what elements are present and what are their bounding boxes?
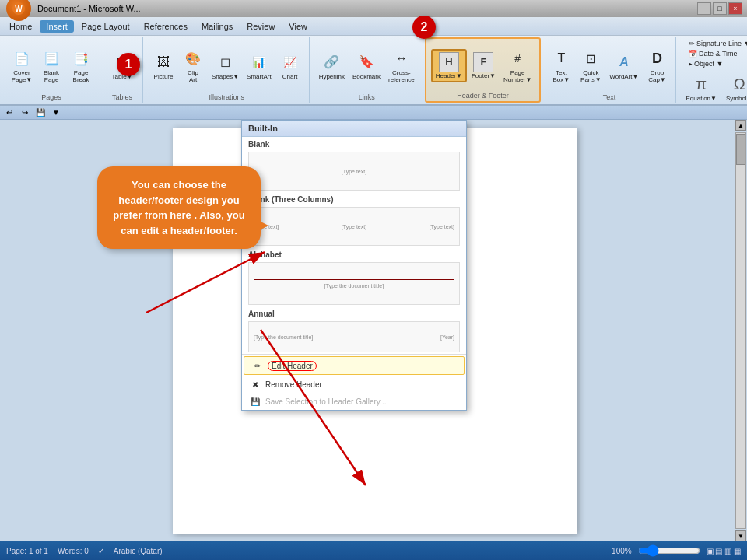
quick-parts-button[interactable]: ⊡ QuickParts▼: [577, 46, 605, 85]
left-margin: [0, 120, 16, 541]
step-1-label: 1: [125, 58, 132, 72]
clip-art-button[interactable]: 🎨 ClipArt: [179, 46, 207, 85]
alphabet-preview-text: [Type the document title]: [324, 283, 384, 289]
cover-page-button[interactable]: 📄 CoverPage▼: [8, 46, 36, 85]
menu-view[interactable]: View: [282, 20, 314, 33]
section-blank-label: Blank: [242, 137, 466, 150]
picture-icon: 🖼: [153, 51, 174, 73]
blank-page-button[interactable]: 📃 BlankPage: [37, 46, 65, 85]
menu-review[interactable]: Review: [240, 20, 281, 33]
symbol-button[interactable]: Ω Symbol▼: [723, 72, 747, 103]
step-2-label: 2: [421, 20, 428, 34]
three-col-text-2: [Type text]: [342, 224, 366, 229]
smartart-icon: 📊: [248, 51, 270, 73]
scroll-down-arrow[interactable]: ▼: [735, 530, 746, 541]
zoom-slider[interactable]: [638, 547, 700, 555]
text-box-button[interactable]: T TextBox▼: [547, 46, 575, 85]
header-button[interactable]: H Header▼: [431, 49, 467, 82]
cross-reference-button[interactable]: ↔ Cross-reference: [385, 46, 418, 85]
scroll-track[interactable]: [735, 132, 746, 529]
scroll-up-arrow[interactable]: ▲: [735, 120, 746, 131]
wordart-button[interactable]: A WordArt▼: [606, 50, 641, 82]
cross-reference-icon: ↔: [391, 47, 412, 69]
annual-year-text: [Year]: [440, 334, 454, 340]
ribbon-group-pages: 📄 CoverPage▼ 📃 BlankPage 📑 PageBreak Pag…: [3, 37, 100, 103]
signature-line-button[interactable]: ✏ Signature Line ▼: [686, 39, 747, 48]
shapes-button[interactable]: ◻ Shapes▼: [209, 50, 242, 82]
restore-button[interactable]: □: [713, 2, 727, 15]
chart-icon: 📈: [279, 51, 301, 73]
pages-buttons: 📄 CoverPage▼ 📃 BlankPage 📑 PageBreak: [8, 39, 95, 92]
remove-header-label: Remove Header: [265, 380, 322, 389]
page-info: Page: 1 of 1: [6, 547, 48, 555]
dropdown-header: Built-In: [242, 121, 466, 137]
title-text: Document1 - Microsoft W...: [37, 4, 141, 13]
minimize-button[interactable]: _: [697, 2, 711, 15]
page-number-button[interactable]: # PageNumber▼: [500, 46, 535, 85]
save-selection-label: Save Selection to Header Gallery...: [265, 397, 386, 406]
menu-home[interactable]: Home: [3, 20, 38, 33]
vertical-scrollbar[interactable]: ▲ ▼: [735, 120, 747, 541]
document-area: Built-In Blank [Type text] Blank (Three …: [16, 120, 735, 541]
shapes-icon: ◻: [215, 51, 237, 73]
ribbon-group-header-footer: H Header▼ F Footer▼ # PageNumber▼ Header…: [425, 37, 542, 103]
drop-cap-button[interactable]: D DropCap▼: [643, 46, 671, 85]
equation-button[interactable]: π Equation▼: [682, 72, 720, 103]
blank-preview-text: [Type text]: [342, 169, 366, 174]
equation-icon: π: [690, 73, 712, 95]
qa-redo[interactable]: ↪: [19, 107, 31, 118]
menu-page-layout[interactable]: Page Layout: [75, 20, 136, 33]
titlebar-controls[interactable]: _ □ ×: [697, 2, 742, 15]
menu-references[interactable]: References: [138, 20, 194, 33]
qa-save[interactable]: 💾: [34, 107, 47, 118]
symbol-icon: Ω: [728, 73, 747, 95]
illustrations-buttons: 🖼 Picture 🎨 ClipArt ◻ Shapes▼ 📊 SmartArt…: [149, 39, 304, 92]
picture-button[interactable]: 🖼 Picture: [149, 50, 177, 82]
qa-customize[interactable]: ▼: [50, 107, 62, 118]
ribbon: 📄 CoverPage▼ 📃 BlankPage 📑 PageBreak Pag…: [0, 36, 747, 106]
remove-header-icon: ✖: [250, 379, 261, 390]
ribbon-group-text: T TextBox▼ ⊡ QuickParts▼ A WordArt▼ D Dr…: [542, 37, 676, 103]
blank-preview[interactable]: [Type text]: [248, 152, 460, 191]
pages-label: Pages: [41, 93, 61, 101]
view-icons: ▣ ▤ ▥ ▦: [707, 547, 741, 555]
chart-button[interactable]: 📈 Chart: [276, 50, 304, 82]
menu-bar: Home Insert Page Layout References Maili…: [0, 17, 747, 36]
close-button[interactable]: ×: [728, 2, 742, 15]
office-orb[interactable]: W: [6, 0, 31, 21]
object-button[interactable]: ▸ Object ▼: [686, 59, 726, 68]
remove-header-action[interactable]: ✖ Remove Header: [242, 376, 466, 393]
header-dropdown-panel: Built-In Blank [Type text] Blank (Three …: [241, 120, 467, 411]
annual-title-text: [Type the document title]: [254, 334, 313, 340]
ribbon-group-illustrations: 🖼 Picture 🎨 ClipArt ◻ Shapes▼ 📊 SmartArt…: [145, 37, 310, 103]
qa-undo[interactable]: ↩: [3, 107, 16, 118]
title-bar: W Document1 - Microsoft W... _ □ ×: [0, 0, 747, 17]
statusbar-right: 100% ▣ ▤ ▥ ▦: [612, 547, 741, 555]
edit-header-action[interactable]: ✏ Edit Header: [244, 356, 465, 375]
bookmark-button[interactable]: 🔖 Bookmark: [349, 50, 384, 82]
header-footer-label: Header & Footer: [457, 92, 509, 100]
step-badge-1: 1: [117, 53, 140, 76]
scroll-thumb[interactable]: [736, 134, 745, 165]
symbols-buttons: ✏ Signature Line ▼ 📅 Date & Time ▸ Objec…: [686, 39, 747, 68]
hyperlink-button[interactable]: 🔗 Hyperlink: [316, 50, 348, 82]
footer-button[interactable]: F Footer▼: [468, 51, 499, 81]
header-icon: H: [439, 52, 459, 72]
three-col-preview[interactable]: [Type text] [Type text] [Type text]: [248, 207, 460, 246]
bookmark-icon: 🔖: [356, 51, 377, 73]
alphabet-preview[interactable]: [Type the document title]: [248, 262, 460, 305]
menu-insert[interactable]: Insert: [40, 20, 74, 33]
ribbon-group-links: 🔗 Hyperlink 🔖 Bookmark ↔ Cross-reference…: [311, 37, 423, 103]
smartart-button[interactable]: 📊 SmartArt: [244, 50, 275, 82]
page-break-button[interactable]: 📑 PageBreak: [67, 46, 95, 85]
edit-header-label: Edit Header: [268, 361, 317, 371]
annotation-text: You can choose the header/footer design …: [113, 179, 244, 236]
section-alphabet-label: Alphabet: [242, 247, 466, 261]
tables-label: Tables: [112, 93, 132, 101]
menu-mailings[interactable]: Mailings: [195, 20, 239, 33]
footer-icon: F: [473, 52, 493, 72]
date-time-button[interactable]: 📅 Date & Time: [686, 49, 740, 58]
titlebar-left: W Document1 - Microsoft W...: [5, 0, 141, 23]
annual-preview[interactable]: [Type the document title] [Year]: [248, 321, 460, 352]
word-count: Words: 0: [58, 547, 89, 555]
